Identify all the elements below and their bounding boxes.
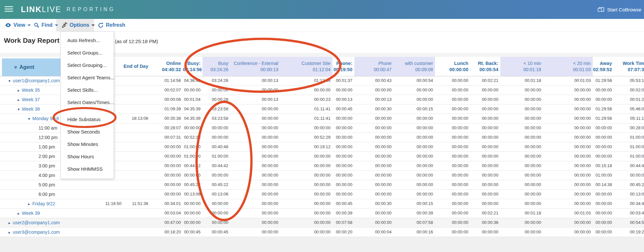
cell-lt_20_min: 00:00:00 <box>543 199 593 209</box>
table-row: ▸Week 3900:03:0400:00:0000:00:0000:00:00… <box>0 209 644 218</box>
row-label-text: Week 37 <box>22 97 40 102</box>
cell-away: 01:00:00 <box>593 171 614 180</box>
options-label: Options <box>70 22 89 28</box>
column-header-phone_total[interactable]: Phone:00:19:50 <box>332 57 354 76</box>
cell-busy_total: 00:52:29 <box>183 133 202 142</box>
column-total: 00:05:54 <box>470 67 498 73</box>
column-label: Phone <box>354 60 392 67</box>
column-header-work_time[interactable]: Work Tim07:07:3 <box>618 57 644 76</box>
column-header-phone_sub[interactable]: Phone00:00:47 <box>354 57 394 76</box>
cell-customer_site: 00:00:00 <box>280 228 332 237</box>
menu-item-show-hhmmss[interactable]: Show HHMMSS <box>61 163 114 175</box>
cell-lt_20_min: 00:00:00 <box>543 95 593 104</box>
cell-rt_back: 00:00:00 <box>470 199 500 209</box>
cell-end_of_day: 18:13:06 <box>123 114 150 123</box>
cell-away: 00:00:00 <box>593 152 614 161</box>
search-icon <box>34 23 39 28</box>
cell-rt_back: 00:00:00 <box>470 123 500 133</box>
tree-toggle-user1-company1-com[interactable]: ▾user1@company1.com <box>8 76 60 86</box>
cell-busy_total: 04:35:39 <box>183 114 202 123</box>
tree-toggle-friday-9-22[interactable]: ▸Friday 9/22 <box>28 199 55 209</box>
cell-away: 00:14:38 <box>593 180 614 190</box>
menu-item-select-skills[interactable]: Select Skills... <box>61 84 114 96</box>
cell-online: 00:00:00 <box>152 190 183 199</box>
cell-lt_20_min: 00:00:00 <box>543 152 593 161</box>
cell-busy_total: 00:45:22 <box>183 180 202 190</box>
tree-toggle-week-37[interactable]: ▸Week 37 <box>18 95 40 104</box>
tree-toggle-user3-company1-com[interactable]: ▸user3@company1.com <box>8 228 60 237</box>
tree-toggle-user2-company1-com[interactable]: ▸user2@company1.com <box>8 218 60 228</box>
refresh-button[interactable]: Refresh <box>98 19 125 31</box>
cell-phone_total: 00:00:45 <box>332 104 354 114</box>
column-header-busy_total[interactable]: Busy:03:14:56 <box>183 57 202 76</box>
menu-item-show-minutes[interactable]: Show Minutes <box>61 138 114 150</box>
column-header-lunch[interactable]: Lunch00:00:00 <box>435 57 470 76</box>
triangle-right-icon: ▸ <box>18 88 20 93</box>
column-header-busy_sub[interactable]: Busy03:24:26 <box>202 57 230 76</box>
cell-phone_sub: 00:00:00 <box>354 114 394 123</box>
cell-customer_site: 00:00:23 <box>280 95 332 104</box>
tree-toggle-week-35[interactable]: ▸Week 35 <box>18 86 40 95</box>
menu-item-select-groups[interactable]: Select Groups... <box>61 47 114 59</box>
cell-rt_back: 00:00:00 <box>470 161 500 171</box>
row-label-text: user2@company1.com <box>13 220 60 225</box>
hamburger-menu-icon[interactable] <box>5 6 13 13</box>
cell-away: 00:00:00 <box>593 123 614 133</box>
column-header-end_of_day[interactable]: End of Day <box>123 57 150 76</box>
table-row: ▸Friday 9/2211:16:5011:51:3600:34:0100:0… <box>0 199 644 209</box>
row-label-text: 3:00 pm <box>39 163 55 168</box>
cell-lunch: 00:00:00 <box>435 142 470 152</box>
column-label: Busy: <box>183 60 201 67</box>
refresh-label: Refresh <box>106 22 125 28</box>
find-menu-button[interactable]: Find <box>34 19 58 31</box>
row-label: 4:00 pm <box>39 171 55 180</box>
menu-item-show-hours[interactable]: Show Hours <box>61 150 114 163</box>
menu-item-show-seconds[interactable]: Show Seconds <box>61 126 114 138</box>
cell-phone_total: 00:00:00 <box>332 114 354 123</box>
cell-work_time: 00:45:2 <box>618 180 644 190</box>
row-label-text: Monday 9/18 <box>32 116 59 121</box>
cell-lt_20_min: 00:00:00 <box>543 142 593 152</box>
tree-toggle-monday-9-18[interactable]: ▾Monday 9/18 <box>28 114 59 123</box>
cell-lunch: 00:00:00 <box>435 161 470 171</box>
column-label: Away <box>593 60 612 67</box>
cell-lt_10_min: 00:00:00 <box>500 104 543 114</box>
cell-customer_site: 00:00:00 <box>280 209 332 218</box>
table-row: 5:00 pm00:00:0000:45:2200:45:2200:00:000… <box>0 180 644 190</box>
menu-item-select-agent-teams[interactable]: Select Agent Teams... <box>61 71 114 84</box>
column-total: 00:00:47 <box>354 67 392 73</box>
column-header-rt_back[interactable]: Rt. Back:00:05:54 <box>470 57 500 76</box>
cell-busy_sub: 00:00:00 <box>202 86 230 95</box>
cell-with_customer: 00:00:00 <box>394 161 435 171</box>
column-header-online[interactable]: Online04:40:32 <box>152 57 183 76</box>
options-menu-button[interactable]: Options <box>62 19 95 31</box>
column-header-with_customer[interactable]: with customer00:09:08 <box>394 57 435 76</box>
view-menu-button[interactable]: View <box>5 19 31 31</box>
tree-toggle-week-39[interactable]: ▸Week 39 <box>18 209 40 218</box>
cell-work_time: 00:28:0 <box>618 123 644 133</box>
cell-lt_20_min: 00:00:00 <box>543 228 593 237</box>
cell-lt_10_min: 00:01:18 <box>500 209 543 218</box>
column-label: Online <box>152 60 181 67</box>
row-label-text: Week 39 <box>22 211 40 216</box>
menu-item-auto-refresh[interactable]: Auto Refresh... <box>61 34 114 47</box>
column-header-customer_site[interactable]: Customer Site01:12:04 <box>280 57 332 76</box>
cell-lunch: 00:00:00 <box>435 123 470 133</box>
cell-lt_10_min: 00:00:00 <box>500 161 543 171</box>
cell-customer_site: 00:00:00 <box>280 218 332 228</box>
row-label: 11:00 am <box>39 123 57 133</box>
column-header-away[interactable]: Away02:59:52 <box>593 57 614 76</box>
menu-item-select-grouping[interactable]: Select Grouping... <box>61 59 114 71</box>
cell-rt_back: 00:00:00 <box>470 104 500 114</box>
start-cobrowse-button[interactable]: Start CoBrowse <box>598 0 641 19</box>
menu-item-hide-substatus[interactable]: Hide Substatus <box>61 113 114 126</box>
tree-toggle-week-38[interactable]: ▾Week 38 <box>18 104 40 114</box>
column-header-lt_20_min[interactable]: < 20 min00:01:03 <box>543 57 593 76</box>
cell-busy_total: 00:00:00 <box>183 218 202 228</box>
cell-lunch: 00:00:00 <box>435 133 470 142</box>
page-title: Work Day Report <box>4 37 59 44</box>
menu-item-select-dates-times[interactable]: Select Dates/Times... <box>61 96 114 109</box>
column-header-lt_10_min[interactable]: < 10 min00:01:18 <box>500 57 543 76</box>
column-header-conference_external[interactable]: Conference - External00:00:13 <box>230 57 280 76</box>
cell-phone_sub: 00:00:30 <box>354 199 394 209</box>
